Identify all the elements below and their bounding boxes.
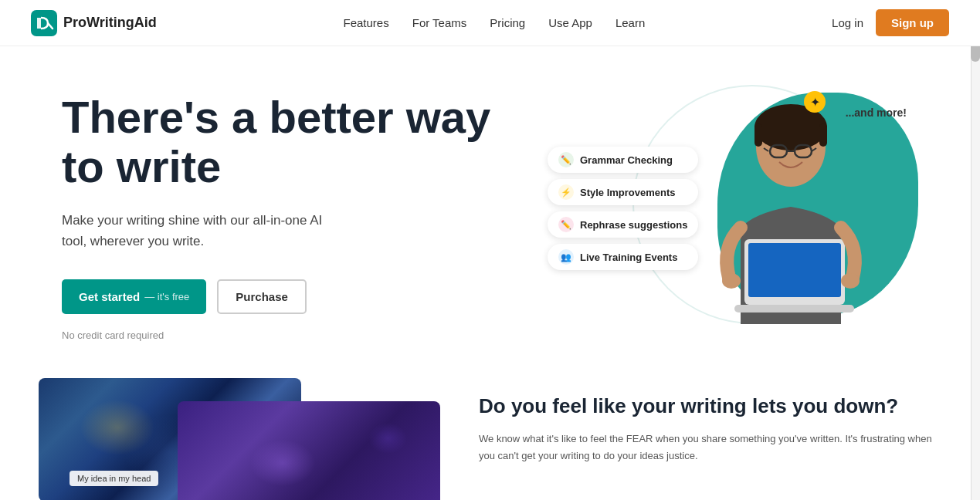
- get-started-label: Get started: [79, 290, 140, 303]
- style-icon: ⚡: [558, 184, 574, 200]
- hero-title: There's a better way to write: [62, 93, 494, 191]
- nav-links: Features For Teams Pricing Use App Learn: [344, 16, 646, 30]
- illustration-area: My idea in my head: [0, 378, 448, 500]
- nav-features[interactable]: Features: [344, 16, 389, 29]
- svg-rect-3: [754, 123, 762, 147]
- lower-section: My idea in my head Do you feel like your…: [0, 378, 980, 500]
- get-started-button[interactable]: Get started — it's free: [62, 279, 206, 314]
- and-more-label: ...and more!: [846, 106, 907, 119]
- signup-button[interactable]: Sign up: [876, 9, 949, 36]
- rephrase-icon: ✏️: [558, 217, 574, 232]
- chip-training: 👥 Live Training Events: [548, 244, 698, 270]
- purchase-button[interactable]: Purchase: [217, 279, 307, 314]
- svg-rect-0: [31, 10, 57, 36]
- chip-training-label: Live Training Events: [580, 252, 677, 263]
- login-link[interactable]: Log in: [832, 16, 863, 29]
- nav-learn[interactable]: Learn: [615, 16, 645, 29]
- lower-title: Do you feel like your writing lets you d…: [479, 394, 934, 420]
- nav-actions: Log in Sign up: [832, 9, 949, 36]
- hero-content: There's a better way to write Make your …: [62, 93, 494, 341]
- chip-rephrase-label: Rephrase suggestions: [580, 219, 687, 231]
- nav-for-teams[interactable]: For Teams: [412, 16, 467, 29]
- brand-link[interactable]: ProWritingAid: [31, 10, 157, 36]
- scrollbar[interactable]: [971, 0, 980, 500]
- hero-section: There's a better way to write Make your …: [0, 46, 980, 378]
- chip-grammar-label: Grammar Checking: [580, 154, 673, 166]
- person-illustration: [679, 85, 903, 324]
- svg-rect-4: [819, 123, 827, 147]
- grammar-icon: ✏️: [558, 152, 574, 167]
- lower-description: We know what it's like to feel the FEAR …: [479, 431, 934, 465]
- hero-actions: Get started — it's free Purchase: [62, 279, 494, 314]
- lower-right-content: Do you feel like your writing lets you d…: [448, 378, 980, 480]
- chip-style-label: Style Improvements: [580, 187, 676, 198]
- feature-chips: ✏️ Grammar Checking ⚡ Style Improvements…: [548, 147, 698, 270]
- svg-point-13: [722, 273, 741, 289]
- hero-subtitle: Make your writing shine with our all-in-…: [62, 210, 340, 252]
- svg-rect-12: [734, 305, 854, 312]
- brand-logo-icon: [31, 10, 57, 36]
- get-started-free-label: — it's free: [144, 291, 189, 302]
- chip-style: ⚡ Style Improvements: [548, 179, 698, 205]
- star-badge: ✦: [804, 91, 826, 113]
- idea-label: My idea in my head: [70, 471, 158, 486]
- training-icon: 👥: [558, 249, 574, 265]
- person-svg: [679, 85, 903, 324]
- svg-rect-11: [748, 243, 841, 297]
- brand-name: ProWritingAid: [63, 15, 157, 31]
- nav-use-app[interactable]: Use App: [548, 16, 592, 29]
- navbar: ProWritingAid Features For Teams Pricing…: [0, 0, 980, 46]
- svg-point-14: [841, 273, 860, 289]
- chip-rephrase: ✏️ Rephrase suggestions: [548, 211, 698, 238]
- chip-grammar: ✏️ Grammar Checking: [548, 147, 698, 173]
- hero-image-area: ✦ ...and more! ✏️ Grammar Checking ⚡ Sty…: [548, 85, 918, 347]
- purple-card: [178, 401, 440, 500]
- nav-pricing[interactable]: Pricing: [490, 16, 525, 29]
- no-credit-text: No credit card required: [62, 329, 494, 341]
